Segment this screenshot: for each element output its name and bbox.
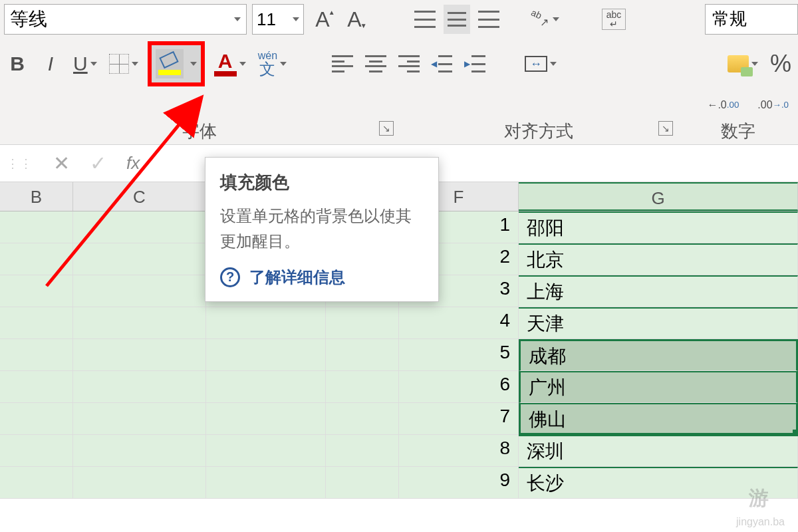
number-group-label: 数字 — [678, 120, 798, 143]
number-format-select[interactable]: 常规 — [705, 4, 798, 35]
cell[interactable]: 7 — [399, 403, 519, 435]
cell[interactable] — [326, 467, 399, 499]
table-row: 9长沙 — [0, 467, 798, 499]
cell[interactable]: 成都 — [519, 339, 798, 371]
cell[interactable]: 6 — [399, 371, 519, 403]
cell[interactable]: 天津 — [519, 307, 798, 339]
cell[interactable] — [0, 435, 73, 467]
percent-format-button[interactable]: % — [767, 49, 794, 78]
grow-font-button[interactable]: A — [309, 5, 336, 34]
cell[interactable] — [206, 435, 326, 467]
cell[interactable]: 5 — [399, 339, 519, 371]
cell[interactable] — [73, 211, 206, 243]
drag-handle-icon[interactable]: ⋮⋮ — [7, 156, 33, 171]
decrease-indent-button[interactable] — [429, 49, 456, 78]
chevron-down-icon[interactable] — [190, 62, 197, 66]
learn-more-label: 了解详细信息 — [249, 267, 345, 288]
cell[interactable] — [73, 371, 206, 403]
font-name-select[interactable]: 等线 — [4, 4, 247, 35]
chevron-down-icon — [751, 62, 758, 66]
font-dialog-launcher[interactable]: ↘ — [379, 121, 394, 136]
align-top-icon — [414, 11, 436, 28]
cell[interactable] — [73, 307, 206, 339]
cancel-edit-button[interactable]: ✕ — [53, 152, 70, 175]
cell[interactable]: 上海 — [519, 275, 798, 307]
cell[interactable] — [206, 371, 326, 403]
align-bottom-button[interactable] — [475, 5, 502, 34]
borders-button[interactable] — [106, 49, 141, 78]
cell[interactable] — [73, 243, 206, 275]
cell[interactable] — [326, 307, 399, 339]
align-top-button[interactable] — [412, 5, 438, 34]
cell[interactable] — [206, 339, 326, 371]
cell[interactable]: 4 — [399, 307, 519, 339]
insert-function-button[interactable]: fx — [126, 153, 140, 174]
cell[interactable]: 深圳 — [519, 435, 798, 467]
align-right-button[interactable] — [396, 49, 422, 78]
shrink-font-button[interactable]: A — [341, 5, 368, 34]
wrap-text-icon: abc↵ — [602, 9, 626, 30]
cell[interactable] — [206, 403, 326, 435]
fill-color-button[interactable] — [156, 49, 184, 78]
align-center-button[interactable] — [362, 49, 389, 78]
font-size-select[interactable]: 11 — [252, 4, 304, 35]
phonetic-icon: wén文 — [258, 51, 277, 77]
cell[interactable] — [73, 339, 206, 371]
italic-button[interactable]: I — [37, 49, 64, 78]
font-color-button[interactable]: A — [211, 49, 249, 78]
wrap-text-button[interactable]: abc↵ — [599, 5, 628, 34]
cell[interactable] — [0, 275, 73, 307]
learn-more-link[interactable]: ? 了解详细信息 — [220, 267, 424, 288]
currency-format-button[interactable] — [725, 49, 761, 78]
help-icon: ? — [220, 267, 240, 287]
chevron-down-icon — [234, 17, 241, 21]
table-row: 7佛山 — [0, 403, 798, 435]
cell[interactable]: 8 — [399, 435, 519, 467]
cell[interactable] — [0, 211, 73, 243]
cell[interactable]: 邵阳 — [519, 211, 798, 243]
cell[interactable] — [326, 339, 399, 371]
phonetic-button[interactable]: wén文 — [255, 49, 289, 78]
underline-button[interactable]: U — [70, 49, 100, 78]
cell[interactable] — [206, 307, 326, 339]
confirm-edit-button[interactable]: ✓ — [90, 152, 106, 175]
merge-cells-icon — [525, 56, 547, 72]
align-middle-button[interactable] — [444, 5, 470, 34]
cell[interactable] — [326, 371, 399, 403]
cell[interactable] — [206, 467, 326, 499]
cell[interactable] — [73, 467, 206, 499]
cell[interactable] — [0, 307, 73, 339]
align-center-icon — [365, 55, 386, 72]
increase-decimal-button[interactable]: ←.0.00 — [704, 90, 741, 120]
cell[interactable] — [0, 339, 73, 371]
cell[interactable]: 佛山 — [519, 403, 798, 435]
watermark: 游 — [749, 485, 771, 512]
align-left-button[interactable] — [329, 49, 356, 78]
cell[interactable] — [0, 371, 73, 403]
cell[interactable]: 广州 — [519, 371, 798, 403]
align-bottom-icon — [478, 11, 499, 28]
cell[interactable] — [73, 403, 206, 435]
shrink-font-icon: A — [347, 7, 361, 32]
chevron-down-icon — [90, 62, 97, 66]
decrease-decimal-button[interactable]: .00→.0 — [755, 90, 791, 120]
merge-cells-button[interactable] — [522, 49, 559, 78]
cell[interactable] — [73, 435, 206, 467]
alignment-dialog-launcher[interactable]: ↘ — [658, 121, 673, 136]
increase-indent-button[interactable] — [462, 49, 489, 78]
align-middle-icon — [446, 11, 467, 28]
cell[interactable] — [0, 243, 73, 275]
cell[interactable] — [0, 467, 73, 499]
cell[interactable] — [326, 435, 399, 467]
cell[interactable]: 9 — [399, 467, 519, 499]
cell[interactable] — [73, 275, 206, 307]
table-row: 8深圳 — [0, 435, 798, 467]
cell[interactable] — [326, 403, 399, 435]
cell[interactable] — [0, 403, 73, 435]
column-header-G[interactable]: G — [519, 182, 798, 211]
column-header-B[interactable]: B — [0, 182, 73, 211]
orientation-button[interactable] — [526, 5, 562, 34]
bold-button[interactable]: B — [4, 49, 31, 78]
cell[interactable]: 北京 — [519, 243, 798, 275]
column-header-C[interactable]: C — [73, 182, 206, 211]
